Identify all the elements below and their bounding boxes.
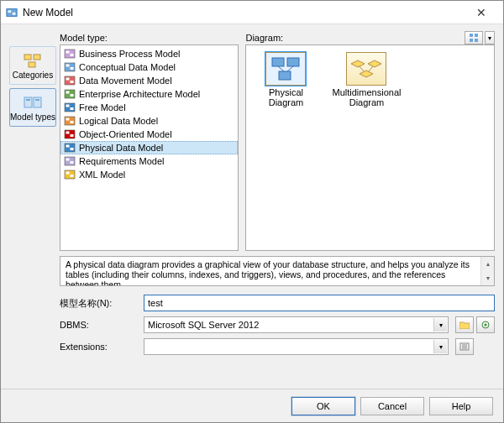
- close-button[interactable]: ✕: [465, 6, 498, 19]
- model-type-label: Requirements Model: [79, 156, 165, 166]
- svg-rect-5: [29, 62, 35, 67]
- model-type-item[interactable]: Physical Data Model: [60, 141, 238, 154]
- folder-icon: [459, 321, 470, 329]
- svg-line-53: [369, 66, 373, 71]
- model-type-item[interactable]: XML Model: [60, 168, 238, 181]
- new-model-dialog: New Model ✕ Categories Model types Model…: [0, 0, 504, 423]
- svg-point-55: [485, 324, 487, 326]
- svg-rect-35: [66, 159, 70, 161]
- svg-rect-27: [71, 121, 74, 123]
- svg-rect-18: [71, 81, 74, 83]
- button-bar: OK Cancel Help: [1, 389, 503, 422]
- svg-rect-20: [66, 91, 70, 94]
- svg-rect-14: [66, 65, 70, 67]
- model-type-label: Conceptual Data Model: [79, 62, 176, 72]
- svg-rect-46: [279, 71, 291, 80]
- dialog-body: Categories Model types Model type: Busin…: [1, 24, 503, 389]
- chevron-down-icon: ▾: [433, 318, 447, 332]
- titlebar: New Model ✕: [1, 1, 503, 24]
- svg-line-52: [360, 66, 364, 71]
- dbms-combo[interactable]: Microsoft SQL Server 2012 ▾: [144, 316, 449, 333]
- model-icon: [64, 48, 76, 60]
- categories-icon: [23, 52, 43, 69]
- dbms-properties-button[interactable]: [476, 316, 495, 333]
- model-types-icon: [23, 94, 43, 111]
- svg-rect-24: [71, 107, 74, 110]
- svg-rect-43: [475, 39, 478, 42]
- model-icon: [64, 115, 76, 127]
- dbms-label: DBMS:: [60, 320, 137, 330]
- ok-button[interactable]: OK: [291, 397, 355, 415]
- model-types-tab[interactable]: Model types: [9, 88, 56, 127]
- svg-rect-41: [475, 34, 478, 37]
- svg-rect-21: [71, 94, 74, 97]
- svg-rect-45: [287, 58, 299, 66]
- window-title: New Model: [23, 7, 465, 18]
- main-area: Model type: Business Process ModelConcep…: [60, 31, 495, 389]
- grid-icon: [470, 34, 478, 42]
- description-scrollbar[interactable]: ▴▾: [480, 257, 494, 285]
- form-area: 模型名称(N): DBMS: Microsoft SQL Server 2012…: [60, 295, 495, 355]
- diagram-icon: [265, 52, 306, 86]
- model-icon: [64, 61, 76, 73]
- svg-marker-50: [368, 60, 381, 67]
- model-type-item[interactable]: Data Movement Model: [60, 74, 238, 87]
- diagram-label: Multidimensional Diagram: [333, 87, 402, 107]
- model-name-label: 模型名称(N):: [60, 297, 137, 310]
- scroll-down-icon[interactable]: ▾: [481, 271, 494, 285]
- svg-rect-7: [34, 97, 41, 107]
- view-mode-dropdown[interactable]: ▾: [485, 31, 495, 44]
- svg-rect-12: [71, 54, 74, 56]
- svg-rect-30: [71, 134, 74, 137]
- model-icon: [64, 169, 76, 180]
- model-type-label: Logical Data Model: [79, 116, 158, 126]
- model-icon: [64, 88, 76, 100]
- svg-marker-49: [351, 60, 365, 67]
- model-name-input[interactable]: [144, 295, 495, 311]
- model-type-item[interactable]: Object-Oriented Model: [60, 128, 238, 141]
- svg-rect-4: [34, 55, 40, 60]
- svg-rect-2: [13, 13, 16, 15]
- svg-rect-26: [66, 118, 70, 121]
- svg-rect-38: [66, 172, 70, 175]
- model-type-item[interactable]: Conceptual Data Model: [60, 60, 238, 74]
- model-type-item[interactable]: Enterprise Architecture Model: [60, 87, 238, 101]
- model-type-item[interactable]: Business Process Model: [60, 47, 238, 60]
- model-type-item[interactable]: Free Model: [60, 101, 238, 114]
- model-type-label: Object-Oriented Model: [79, 129, 172, 139]
- dbms-browse-button[interactable]: [455, 316, 474, 333]
- svg-line-47: [278, 66, 284, 71]
- model-type-item[interactable]: Requirements Model: [60, 154, 238, 168]
- svg-rect-33: [71, 148, 74, 150]
- model-type-label: Business Process Model: [79, 49, 180, 59]
- model-types-label: Model types: [10, 112, 55, 122]
- model-type-list[interactable]: Business Process ModelConceptual Data Mo…: [60, 44, 239, 251]
- extensions-combo[interactable]: ▾: [144, 338, 449, 355]
- diagram-item[interactable]: Multidimensional Diagram: [333, 52, 399, 107]
- view-mode-button[interactable]: [465, 31, 483, 44]
- svg-rect-17: [66, 78, 70, 81]
- svg-rect-40: [470, 34, 473, 37]
- svg-rect-23: [66, 105, 70, 107]
- svg-marker-51: [360, 70, 373, 77]
- diagram-item[interactable]: Physical Diagram: [253, 52, 318, 107]
- diagram-icon: [346, 52, 386, 86]
- scroll-up-icon[interactable]: ▴: [481, 257, 494, 271]
- help-button[interactable]: Help: [429, 397, 493, 415]
- model-type-label: Physical Data Model: [79, 143, 163, 153]
- svg-rect-39: [71, 175, 74, 177]
- svg-rect-42: [470, 39, 473, 42]
- model-icon: [64, 102, 76, 113]
- model-type-label: Data Movement Model: [79, 76, 172, 86]
- categories-label: Categories: [13, 70, 53, 80]
- model-type-label: XML Model: [79, 170, 125, 180]
- extensions-manage-button[interactable]: [455, 338, 474, 355]
- svg-rect-29: [66, 132, 70, 134]
- model-type-item[interactable]: Logical Data Model: [60, 114, 238, 128]
- diagram-header: Diagram:: [245, 33, 283, 43]
- model-icon: [64, 155, 76, 167]
- cancel-button[interactable]: Cancel: [360, 397, 424, 415]
- diagram-list[interactable]: Physical DiagramMultidimensional Diagram: [245, 44, 495, 251]
- extensions-label: Extensions:: [60, 342, 137, 352]
- categories-tab[interactable]: Categories: [9, 46, 56, 85]
